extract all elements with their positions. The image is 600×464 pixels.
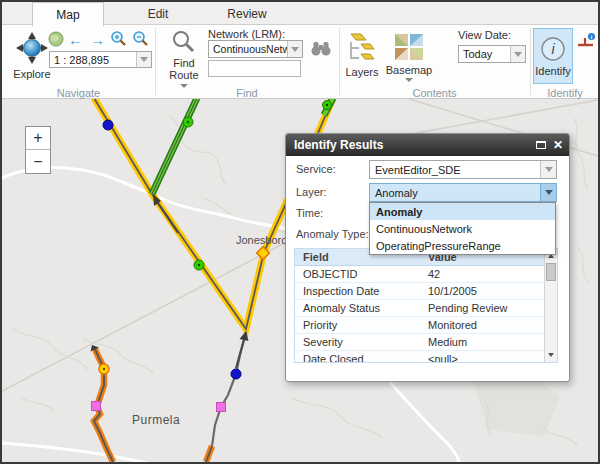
scale-value: 1 : 288,895 (54, 54, 109, 66)
zoom-out-tool-icon[interactable] (132, 30, 150, 48)
view-date-label: View Date: (458, 29, 511, 41)
group-separator (530, 28, 531, 95)
ribbon-tab-bar: Map Edit Review (2, 2, 598, 25)
maximize-icon[interactable] (536, 141, 546, 149)
table-row[interactable]: Inspection Date 10/1/2005 (295, 283, 557, 300)
identify-label: Identify (535, 65, 570, 77)
layer-dropdown-arrow[interactable] (540, 184, 556, 201)
time-label: Time: (296, 207, 323, 219)
tab-edit-label: Edit (148, 7, 169, 21)
scroll-down-icon[interactable] (545, 349, 557, 360)
map-zoom-in-button[interactable]: + (26, 127, 50, 150)
table-row[interactable]: Date Closed <null> (295, 351, 557, 363)
place-label-jonesboro: Jonesboro (236, 234, 287, 246)
group-separator (155, 28, 156, 95)
marker-green-dot[interactable] (183, 117, 193, 127)
dialog-title: Identify Results (294, 138, 383, 152)
find-route-label-line1: Find (173, 57, 194, 69)
group-separator (339, 28, 340, 95)
service-value: EventEditor_SDE (375, 164, 461, 176)
contents-group-label: Contents (339, 87, 530, 99)
dialog-title-bar[interactable]: Identify Results ✕ (286, 134, 569, 156)
zoom-in-tool-icon[interactable] (110, 30, 128, 48)
basemap-label: Basemap (386, 64, 432, 76)
marker-blue-dot[interactable] (231, 369, 241, 379)
service-label: Service: (296, 163, 336, 175)
find-route-label-line2: Route (169, 69, 198, 81)
full-extent-globe-icon[interactable] (48, 31, 64, 47)
layers-icon (345, 32, 379, 66)
layer-value: Anomaly (375, 187, 418, 199)
dropdown-option-anomaly[interactable]: Anomaly (370, 203, 555, 220)
service-combobox[interactable]: EventEditor_SDE (369, 160, 557, 179)
marker-pink-square[interactable] (92, 402, 101, 411)
ribbon: Explore ← → 1 : 288,895 (2, 25, 598, 99)
tab-review-label: Review (227, 7, 266, 21)
identify-info-icon: i (539, 35, 567, 65)
basemap-icon (393, 32, 425, 64)
tab-review[interactable]: Review (211, 2, 283, 25)
dropdown-option-operatingpressurerange[interactable]: OperatingPressureRange (370, 237, 555, 254)
table-row[interactable]: Priority Monitored (295, 317, 557, 334)
table-scrollbar[interactable] (544, 249, 557, 362)
network-lrm-label: Network (LRM): (208, 28, 285, 40)
view-date-combobox[interactable]: Today (458, 45, 526, 63)
place-label-purmela: Purmela (132, 413, 180, 427)
route-search-input[interactable] (208, 60, 301, 77)
back-extent-icon[interactable]: ← (68, 33, 83, 47)
view-date-value: Today (463, 48, 492, 60)
explore-label: Explore (13, 68, 50, 80)
close-icon[interactable]: ✕ (553, 139, 563, 151)
marker-pink-square[interactable] (217, 403, 226, 412)
layers-button[interactable]: Layers (343, 32, 381, 78)
navigate-group-label: Navigate (2, 87, 155, 99)
forward-extent-icon[interactable]: → (90, 33, 105, 47)
scroll-thumb[interactable] (546, 263, 556, 281)
tab-map[interactable]: Map (32, 2, 104, 26)
layer-combobox[interactable]: Anomaly (369, 183, 557, 202)
map-zoom-control: + − (25, 126, 51, 174)
direction-arrows (91, 194, 249, 368)
identify-group-label: Identify (530, 87, 600, 99)
table-row[interactable]: OBJECTID 42 (295, 266, 557, 283)
view-date-dropdown-arrow[interactable] (510, 46, 525, 62)
service-dropdown-arrow[interactable] (540, 161, 556, 178)
marker-yellow-circle[interactable] (99, 364, 109, 374)
scale-dropdown-arrow[interactable] (136, 52, 151, 67)
tab-edit[interactable]: Edit (122, 2, 194, 25)
marker-green-dot[interactable] (194, 260, 204, 270)
scale-combobox[interactable]: 1 : 288,895 (49, 51, 152, 68)
find-route-button[interactable]: Find Route (162, 29, 206, 88)
identify-results-dialog: Identify Results ✕ Service: EventEditor_… (285, 133, 570, 382)
identify-button[interactable]: i Identify (533, 28, 573, 84)
table-row[interactable]: Severity Medium (295, 334, 557, 351)
marker-blue-dot[interactable] (103, 120, 113, 130)
network-dropdown-arrow[interactable] (287, 41, 302, 57)
app-window: Map Edit Review Explore (0, 0, 600, 464)
find-route-magnifier-icon (171, 29, 197, 57)
layer-label: Layer: (296, 186, 327, 198)
identify-route-location-icon[interactable]: i (576, 32, 597, 51)
anomaly-type-label: Anomaly Type: (296, 228, 369, 240)
tab-map-label: Map (56, 8, 79, 22)
search-binoculars-icon[interactable] (310, 39, 332, 57)
layer-dropdown-list: Anomaly ContinuousNetwork OperatingPress… (369, 202, 556, 255)
basemap-dropdown-caret[interactable] (405, 78, 413, 82)
explore-pan-icon (14, 30, 50, 68)
map-zoom-out-button[interactable]: − (26, 150, 50, 173)
basemap-button[interactable]: Basemap (387, 32, 431, 82)
find-group-label: Find (155, 87, 339, 99)
dropdown-option-continuousnetwork[interactable]: ContinuousNetwork (370, 220, 555, 237)
network-combobox[interactable]: ContinuousNetwork (208, 40, 303, 58)
marker-green-dot[interactable] (323, 101, 332, 110)
attribute-table: Field Value OBJECTID 42 Inspection Date … (294, 248, 558, 363)
table-row[interactable]: Anomaly Status Pending Review (295, 300, 557, 317)
layers-label: Layers (345, 66, 378, 78)
